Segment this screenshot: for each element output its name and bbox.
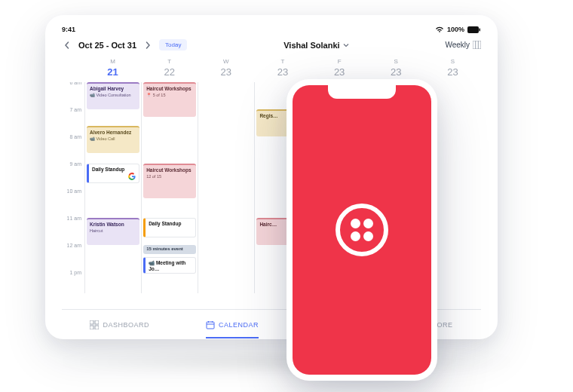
- calendar-event[interactable]: 📹 Meeting with Jo…: [143, 257, 196, 274]
- day-letter: M: [84, 58, 141, 65]
- dashboard-icon: [90, 320, 99, 329]
- event-subtitle: 📹 Video Call: [90, 136, 136, 141]
- event-title: Daily Standup: [149, 221, 192, 227]
- day-header[interactable]: T22: [141, 58, 198, 78]
- status-time: 9:41: [62, 26, 75, 33]
- day-number: 23: [311, 66, 368, 78]
- time-label: 9 am: [69, 161, 81, 167]
- event-subtitle: 📍 5 of 15: [146, 93, 193, 97]
- time-label: 6 am: [69, 82, 81, 85]
- phone-frame: [286, 79, 437, 381]
- day-letter: W: [198, 58, 254, 65]
- event-title: Haircut Workshops: [146, 167, 193, 173]
- event-title: Abigail Harvey: [90, 86, 136, 92]
- calendar-event[interactable]: Abigail Harvey📹 Video Consultation: [87, 82, 139, 109]
- svg-rect-6: [95, 320, 99, 324]
- day-number: 23: [424, 66, 481, 78]
- date-range-label: Oct 25 - Oct 31: [78, 41, 136, 50]
- day-letter: S: [368, 58, 424, 65]
- day-column[interactable]: Day off: [198, 82, 254, 293]
- day-letter: S: [424, 58, 481, 65]
- day-letter: T: [141, 58, 198, 65]
- event-title: Daily Standup: [92, 167, 136, 173]
- user-name: Vishal Solanki: [283, 41, 339, 50]
- event-title: 15 minutes event: [146, 247, 193, 252]
- calendar-event[interactable]: Daily Standup: [143, 218, 196, 237]
- day-column[interactable]: Haircut Workshops📍 5 of 15Haircut Worksh…: [141, 82, 198, 293]
- day-header[interactable]: S23: [424, 58, 481, 78]
- day-header[interactable]: T23: [254, 58, 311, 78]
- today-button[interactable]: Today: [159, 39, 187, 51]
- day-header[interactable]: F23: [311, 58, 368, 78]
- next-week-button[interactable]: [142, 40, 153, 51]
- day-number: 23: [254, 66, 311, 78]
- event-title: 📹 Meeting with Jo…: [149, 260, 192, 272]
- day-letter: F: [311, 58, 368, 65]
- grid-view-icon: [473, 41, 481, 49]
- time-label: 7 am: [69, 107, 81, 112]
- event-subtitle: Haircut: [90, 228, 136, 233]
- calendar-event[interactable]: Daily Standup: [87, 164, 139, 183]
- status-bar: 9:41 100%: [62, 26, 481, 33]
- day-number: 22: [141, 66, 198, 78]
- calendar-event[interactable]: Haircut Workshops📍 5 of 15: [143, 82, 196, 117]
- calendar-event[interactable]: Kristin WatsonHaircut: [87, 218, 139, 245]
- nav-dashboard[interactable]: DASHBOARD: [90, 320, 149, 329]
- nav-calendar[interactable]: CALENDAR: [206, 320, 259, 329]
- day-header[interactable]: W23: [198, 58, 254, 78]
- time-label: 8 am: [69, 134, 81, 139]
- day-headers: M21T22W23T23F23S23S23: [84, 58, 481, 78]
- battery-icon: [467, 26, 481, 33]
- day-header[interactable]: M21: [84, 58, 141, 78]
- svg-rect-8: [95, 326, 99, 329]
- view-label: Weekly: [445, 41, 470, 49]
- twilio-logo-icon: [336, 204, 388, 256]
- time-label: 12 am: [67, 243, 81, 248]
- chevron-down-icon: [343, 42, 349, 48]
- phone-notch: [328, 85, 396, 99]
- svg-rect-5: [90, 320, 93, 324]
- date-navigator: Oct 25 - Oct 31 Today: [62, 39, 187, 51]
- time-label: 10 am: [67, 188, 81, 194]
- battery-pct: 100%: [447, 26, 464, 33]
- event-subtitle: 12 of 15: [146, 174, 193, 179]
- svg-rect-9: [207, 322, 214, 329]
- day-number: 21: [84, 66, 141, 78]
- nav-dashboard-label: DASHBOARD: [103, 321, 149, 329]
- calendar-event[interactable]: 15 minutes event: [143, 245, 196, 254]
- event-subtitle: 📹 Video Consultation: [90, 93, 136, 97]
- day-header[interactable]: S23: [368, 58, 424, 78]
- user-selector[interactable]: Vishal Solanki: [283, 41, 348, 50]
- nav-calendar-label: CALENDAR: [219, 321, 259, 329]
- time-label: 1 pm: [69, 270, 81, 275]
- day-number: 23: [198, 66, 254, 78]
- prev-week-button[interactable]: [62, 40, 72, 51]
- day-letter: T: [254, 58, 311, 65]
- google-icon: [128, 173, 136, 180]
- svg-rect-1: [480, 28, 481, 31]
- svg-rect-0: [467, 26, 479, 33]
- day-column[interactable]: Abigail Harvey📹 Video ConsultationAlvero…: [84, 82, 141, 293]
- time-label: 11 am: [67, 216, 81, 221]
- event-title: Haircut Workshops: [146, 86, 193, 92]
- event-title: Kristin Watson: [90, 222, 136, 228]
- svg-rect-7: [90, 326, 93, 329]
- phone-screen: [293, 85, 431, 375]
- event-title: Alvero Hernandez: [90, 130, 136, 136]
- calendar-event[interactable]: Haircut Workshops12 of 15: [143, 164, 196, 198]
- calendar-icon: [206, 320, 215, 329]
- svg-rect-2: [473, 41, 481, 49]
- wifi-icon: [435, 26, 444, 33]
- calendar-event[interactable]: Alvero Hernandez📹 Video Call: [87, 126, 139, 153]
- day-number: 23: [368, 66, 424, 78]
- view-selector[interactable]: Weekly: [445, 41, 481, 49]
